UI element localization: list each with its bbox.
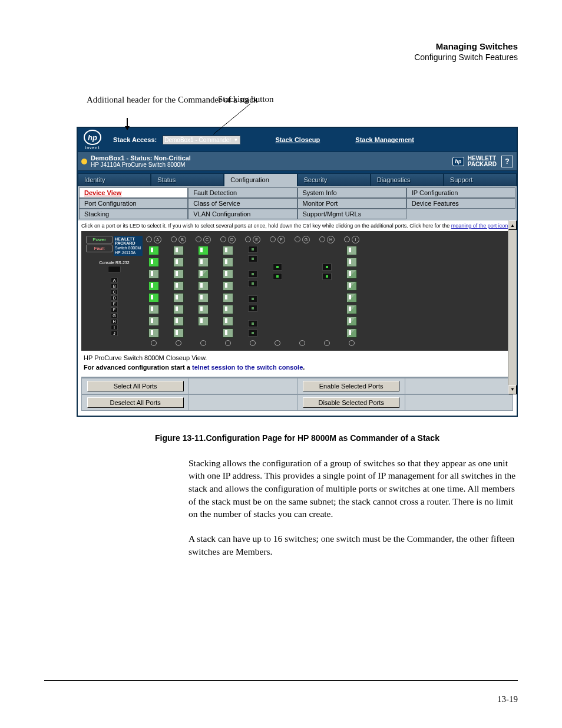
slot-led-icon xyxy=(245,236,251,242)
rj45-port[interactable] xyxy=(148,258,159,267)
uplink-port[interactable] xyxy=(322,273,332,280)
scroll-up-icon[interactable]: ▲ xyxy=(508,220,517,230)
stack-access-select[interactable]: DemoBox1 - Commander ▼ xyxy=(163,136,240,144)
port-icons-meaning-link[interactable]: meaning of the port icons. xyxy=(451,223,513,229)
rj45-port[interactable] xyxy=(173,269,184,279)
rj45-port[interactable] xyxy=(223,281,233,291)
rj45-port[interactable] xyxy=(223,305,233,314)
rj45-port[interactable] xyxy=(346,293,357,302)
subtab-support-mgmt-urls[interactable]: Support/Mgmt URLs xyxy=(297,209,406,219)
subtab-stacking[interactable]: Stacking xyxy=(79,209,188,219)
hp-logo-text: hp xyxy=(84,130,101,145)
device-view-panel: ▲ ▼ Click on a port or its LED to select… xyxy=(78,220,517,416)
slot-letter: G xyxy=(111,313,118,318)
uplink-port[interactable] xyxy=(248,280,257,287)
slot-bottom-led-icon xyxy=(200,340,206,346)
rj45-port[interactable] xyxy=(173,258,184,267)
slot-bottom-led-icon xyxy=(250,340,256,346)
figure-caption: Figure 13-11.Configuration Page for HP 8… xyxy=(77,433,518,443)
rj45-port[interactable] xyxy=(148,305,159,314)
uplink-port[interactable] xyxy=(248,255,257,262)
tab-diagnostics[interactable]: Diagnostics xyxy=(371,173,444,186)
rj45-port[interactable] xyxy=(173,293,184,302)
subtab-ip-configuration[interactable]: IP Configuration xyxy=(406,187,515,198)
rj45-port[interactable] xyxy=(223,317,233,326)
scroll-down-icon[interactable]: ▼ xyxy=(508,385,517,394)
subtab-port-configuration[interactable]: Port Configuration xyxy=(79,198,188,209)
rj45-port[interactable] xyxy=(173,281,184,291)
device-brand-chip: HEWLETT PACKARD Switch 8000M HP J4110A xyxy=(114,236,143,256)
subtab-device-features[interactable]: Device Features xyxy=(406,198,515,209)
uplink-port[interactable] xyxy=(248,295,257,302)
subtab-vlan-configuration[interactable]: VLAN Configuration xyxy=(188,209,297,219)
tab-security[interactable]: Security xyxy=(297,173,371,186)
tab-status[interactable]: Status xyxy=(151,173,224,186)
rj45-port[interactable] xyxy=(346,269,357,279)
rj45-port[interactable] xyxy=(223,328,233,338)
rj45-port[interactable] xyxy=(346,328,357,338)
rj45-port[interactable] xyxy=(198,293,209,302)
enable-selected-ports-button[interactable]: Enable Selected Ports xyxy=(303,381,399,391)
rj45-port[interactable] xyxy=(173,305,184,314)
rj45-port[interactable] xyxy=(148,281,159,291)
link-stack-management[interactable]: Stack Management xyxy=(355,136,414,143)
closeup-caption: HP ProCurve Switch 8000M Closeup View. xyxy=(84,354,513,361)
rj45-port[interactable] xyxy=(223,246,233,255)
tab-identity[interactable]: Identity xyxy=(78,173,151,186)
uplink-port[interactable] xyxy=(273,263,282,271)
rj45-port[interactable] xyxy=(223,269,233,279)
rj45-port[interactable] xyxy=(148,328,159,338)
rj45-port[interactable] xyxy=(148,317,159,326)
deselect-all-ports-button[interactable]: Deselect All Ports xyxy=(87,397,184,408)
rj45-port[interactable] xyxy=(346,258,357,267)
rj45-port[interactable] xyxy=(346,317,357,326)
select-all-ports-button[interactable]: Select All Ports xyxy=(87,381,184,391)
subtab-monitor-port[interactable]: Monitor Port xyxy=(297,198,406,209)
slot-letter: I xyxy=(111,325,118,330)
status-subtitle: HP J4110A ProCurve Switch 8000M xyxy=(91,162,191,168)
help-button[interactable]: ? xyxy=(501,156,513,167)
telnet-link[interactable]: telnet session to the switch console xyxy=(192,364,303,371)
subtab-fault-detection[interactable]: Fault Detection xyxy=(188,187,297,198)
rj45-port[interactable] xyxy=(173,317,184,326)
uplink-port[interactable] xyxy=(248,320,257,327)
rj45-port[interactable] xyxy=(198,305,209,314)
rj45-port[interactable] xyxy=(346,246,357,255)
tab-support[interactable]: Support xyxy=(444,173,517,186)
rj45-port[interactable] xyxy=(198,269,209,279)
slot-led-icon xyxy=(319,236,325,242)
rj45-port[interactable] xyxy=(173,246,184,255)
rj45-port[interactable] xyxy=(346,305,357,314)
disable-selected-ports-button[interactable]: Disable Selected Ports xyxy=(303,397,399,408)
rj45-port[interactable] xyxy=(223,293,233,302)
link-stack-closeup[interactable]: Stack Closeup xyxy=(276,136,320,143)
rj45-port[interactable] xyxy=(198,258,209,267)
rj45-port[interactable] xyxy=(148,269,159,279)
slot-id-icon: E xyxy=(253,236,260,243)
rj45-port[interactable] xyxy=(198,317,209,326)
rj45-port[interactable] xyxy=(346,281,357,291)
subtab-device-view[interactable]: Device View xyxy=(79,187,188,198)
rj45-port[interactable] xyxy=(223,258,233,267)
subtab-class-of-service[interactable]: Class of Service xyxy=(188,198,297,209)
subtab-system-info[interactable]: System Info xyxy=(297,187,406,198)
uplink-port[interactable] xyxy=(248,271,257,278)
rj45-port[interactable] xyxy=(198,281,209,291)
rj45-port[interactable] xyxy=(148,293,159,302)
rj45-port[interactable] xyxy=(173,328,184,338)
vertical-scrollbar[interactable]: ▲ ▼ xyxy=(508,220,517,394)
advanced-after: . xyxy=(303,364,305,371)
slot-id-icon: A xyxy=(154,236,161,243)
tab-configuration[interactable]: Configuration xyxy=(224,173,297,186)
uplink-port[interactable] xyxy=(248,330,257,337)
rj45-port[interactable] xyxy=(198,246,209,255)
uplink-port[interactable] xyxy=(248,305,257,312)
slot-bottom-led-icon xyxy=(299,340,305,346)
uplink-port[interactable] xyxy=(273,273,282,280)
uplink-port[interactable] xyxy=(248,246,257,253)
slot-letter: A xyxy=(111,278,118,283)
rj45-port[interactable] xyxy=(148,246,159,255)
screenshot-frame: hp invent Stack Access: DemoBox1 - Comma… xyxy=(77,127,518,417)
uplink-port[interactable] xyxy=(322,263,332,271)
slot-bottom-led-icon xyxy=(275,340,280,346)
